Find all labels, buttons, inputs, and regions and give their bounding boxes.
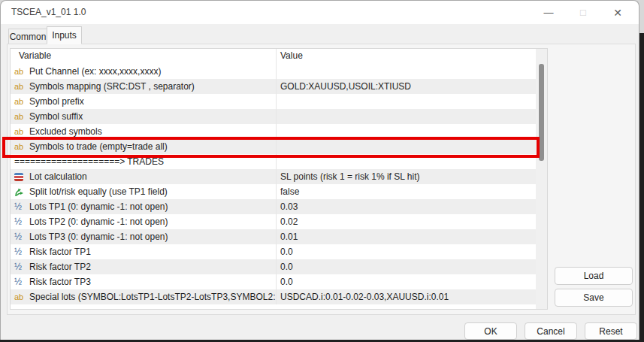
table-row[interactable]: ab Symbols to trade (empty=trade all) <box>11 139 536 154</box>
table-row[interactable]: ab Symbols mapping (SRC:DST , separator)… <box>11 79 536 94</box>
variable-cell: Lot calculation <box>11 169 276 184</box>
tab-common[interactable]: Common <box>8 29 47 44</box>
variable-cell: ½ Lots TP3 (0: dynamic -1: not open) <box>11 229 276 244</box>
row-type-icon: ab <box>14 292 28 302</box>
column-header-value: Value <box>276 49 547 64</box>
load-button[interactable]: Load <box>555 267 633 285</box>
type-glyph-icon: ½ <box>14 201 22 212</box>
table-row[interactable]: ½ Risk factor TP3 0.0 <box>11 274 536 289</box>
close-button[interactable]: ✕ <box>600 1 635 24</box>
table-row[interactable]: ½ Lots TP3 (0: dynamic -1: not open) 0.0… <box>11 229 536 244</box>
table-row[interactable]: ½ Lots TP2 (0: dynamic -1: not open) 0.0… <box>11 214 536 229</box>
expert-properties-dialog: TSCEA_v1_01 1.0 — □ ✕ Common Inputs Vari… <box>0 0 639 340</box>
variable-value[interactable]: USDCAD.i:0.01-0.02-0.03,XAUUSD.i:0.01 <box>276 289 536 304</box>
variable-name: Symbol suffix <box>29 111 83 122</box>
variable-cell: Split lot/risk equally (use TP1 field) <box>11 184 276 199</box>
title-bar[interactable]: TSCEA_v1_01 1.0 — □ ✕ <box>1 1 639 24</box>
row-type-icon: ab <box>14 96 28 107</box>
variable-value[interactable] <box>276 94 536 109</box>
tab-common-label: Common <box>10 32 47 42</box>
type-glyph-icon: ab <box>14 141 23 152</box>
table-row[interactable]: ====================> TRADES <box>11 154 536 169</box>
table-row[interactable]: ½ Lots TP1 (0: dynamic -1: not open) 0.0… <box>11 199 536 214</box>
variable-cell: ½ Risk factor TP1 <box>11 244 276 259</box>
row-type-icon: ½ <box>14 262 28 272</box>
variable-name: Symbols mapping (SRC:DST , separator) <box>29 81 195 92</box>
table-row[interactable]: ab Special lots (SYMBOL:LotsTP1-LotsTP2-… <box>11 289 536 304</box>
variable-name: Excluded symbols <box>29 126 102 137</box>
variable-name: Lots TP2 (0: dynamic -1: not open) <box>29 216 168 227</box>
variable-name: Risk factor TP3 <box>29 277 91 287</box>
variable-value[interactable]: GOLD:XAUUSD,USOIL:XTIUSD <box>276 79 536 94</box>
row-type-icon: ab <box>14 126 28 137</box>
variable-value[interactable] <box>276 109 536 124</box>
maximize-button: □ <box>566 1 600 24</box>
table-row[interactable]: ab Symbol suffix <box>11 109 536 124</box>
type-glyph-icon: ½ <box>14 262 22 272</box>
window-controls: — □ ✕ <box>531 1 635 24</box>
variable-cell: ab Put Channel (ex: xxxx,xxxx,xxxx) <box>11 64 276 79</box>
variable-cell: ab Symbol prefix <box>11 94 276 109</box>
variable-value[interactable]: SL points (risk 1 = risk 1% if SL hit) <box>276 169 536 184</box>
table-row[interactable]: Split lot/risk equally (use TP1 field) f… <box>11 184 536 199</box>
table-row[interactable]: ½ Risk factor TP1 0.0 <box>11 244 536 259</box>
variable-value[interactable] <box>276 154 536 169</box>
variable-value[interactable] <box>276 64 536 79</box>
table-row[interactable]: ab Put Channel (ex: xxxx,xxxx,xxxx) <box>11 64 536 79</box>
scrollbar-thumb[interactable] <box>539 64 544 161</box>
type-glyph-icon: ½ <box>14 247 22 257</box>
row-type-icon: ab <box>14 66 28 77</box>
row-type-icon: ab <box>14 111 28 122</box>
cancel-button[interactable]: Cancel <box>525 322 577 340</box>
variable-value[interactable]: 0.0 <box>276 259 536 274</box>
variable-cell: ½ Risk factor TP3 <box>11 274 276 289</box>
variable-value[interactable]: 0.02 <box>276 214 536 229</box>
variable-name: Risk factor TP2 <box>29 262 91 272</box>
reset-button[interactable]: Reset <box>585 322 637 340</box>
variable-value[interactable]: false <box>276 184 536 199</box>
row-type-icon <box>14 171 28 182</box>
table-row[interactable]: ab Excluded symbols <box>11 124 536 139</box>
vertical-scrollbar[interactable] <box>536 49 547 309</box>
variable-name: Lots TP1 (0: dynamic -1: not open) <box>29 201 168 212</box>
minimize-button[interactable]: — <box>531 1 566 24</box>
column-header-variable: Variable <box>11 49 276 64</box>
enum-type-icon <box>14 173 23 181</box>
type-glyph-icon: ab <box>14 126 23 137</box>
table-row[interactable]: Lot calculation SL points (risk 1 = risk… <box>11 169 536 184</box>
row-type-icon: ½ <box>14 216 28 227</box>
variable-cell: ====================> TRADES <box>11 154 276 169</box>
maximize-icon: □ <box>580 7 586 18</box>
tab-inputs[interactable]: Inputs <box>47 26 82 44</box>
save-button[interactable]: Save <box>555 289 633 307</box>
variable-cell: ab Special lots (SYMBOL:LotsTP1-LotsTP2-… <box>11 289 276 304</box>
variable-cell: ab Symbols to trade (empty=trade all) <box>11 139 276 154</box>
variable-value[interactable] <box>276 139 536 154</box>
reset-button-label: Reset <box>599 326 622 337</box>
variable-name: Special lots (SYMBOL:LotsTP1-LotsTP2-Lot… <box>29 292 276 302</box>
ok-button[interactable]: OK <box>464 322 517 340</box>
variable-cell: ab Symbols mapping (SRC:DST , separator) <box>11 79 276 94</box>
save-button-label: Save <box>583 292 603 303</box>
table-row[interactable]: ½ Risk factor TP2 0.0 <box>11 259 536 274</box>
type-glyph-icon: ab <box>14 96 23 107</box>
variable-name: Risk factor TP1 <box>29 247 91 257</box>
table-body: ab Put Channel (ex: xxxx,xxxx,xxxx) ab <box>11 64 536 309</box>
variable-cell: ½ Risk factor TP2 <box>11 259 276 274</box>
row-type-icon: ½ <box>14 277 28 287</box>
split-arrows-icon <box>14 187 24 197</box>
variable-cell: ab Excluded symbols <box>11 124 276 139</box>
variable-value[interactable]: 0.01 <box>276 229 536 244</box>
variable-value[interactable]: 0.03 <box>276 199 536 214</box>
variable-name: Lot calculation <box>29 171 87 182</box>
type-glyph-icon: ½ <box>14 232 22 242</box>
table-row[interactable]: ab Symbol prefix <box>11 94 536 109</box>
variable-value[interactable]: 0.0 <box>276 274 536 289</box>
variable-value[interactable]: 0.0 <box>276 244 536 259</box>
load-button-label: Load <box>584 271 604 281</box>
inputs-table: Variable Value ab Put Channel (ex: xxxx,… <box>10 48 548 310</box>
type-glyph-icon: ab <box>14 66 23 77</box>
window-title: TSCEA_v1_01 1.0 <box>11 7 86 17</box>
cancel-button-label: Cancel <box>537 326 564 337</box>
variable-value[interactable] <box>276 124 536 139</box>
